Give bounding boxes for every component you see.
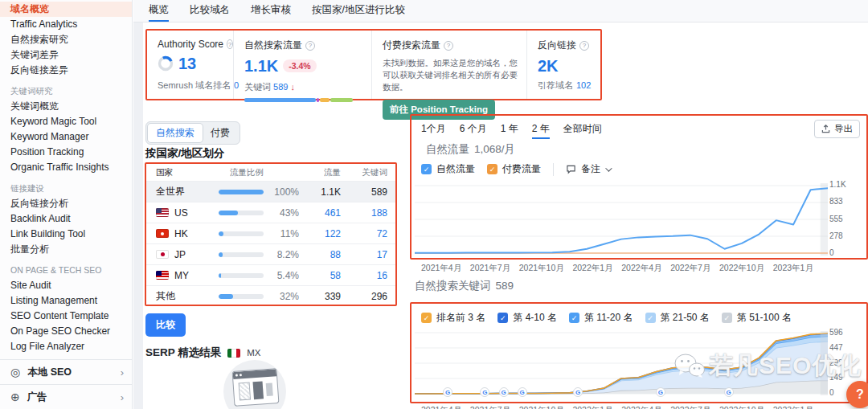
sidebar-item[interactable]: Position Tracking	[0, 145, 132, 160]
country-flag-icon	[156, 229, 169, 238]
traffic-chart-annotation-box: 1个月 6 个月 1 年 2 年 全部时间	[410, 114, 868, 260]
traffic-value[interactable]: 122	[299, 228, 341, 239]
sidebar-item[interactable]: SEO Content Template	[0, 309, 132, 324]
table-row[interactable]: MY 5.4% 58 16	[146, 264, 395, 285]
sidebar-item[interactable]: 自然搜索研究	[0, 32, 132, 47]
sidebar-item[interactable]: 反向链接分析	[0, 196, 132, 211]
table-row[interactable]: 全世界 100% 1.1K 589	[146, 181, 395, 202]
toggle-option[interactable]: 付费	[203, 124, 238, 142]
keywords-chart-legend: ✓ 排名前 3 名 ✓ 第 4-10 名 ✓ 第 11-20 名 ✓ 第 21-…	[421, 311, 792, 325]
top-tab[interactable]: 增长审核	[251, 0, 291, 22]
sidebar-item[interactable]: Organic Traffic Insights	[0, 160, 132, 175]
info-icon[interactable]: ?	[305, 41, 315, 51]
x-tick-label: 2023年1月	[773, 263, 813, 274]
toggle-option[interactable]: 自然搜索	[148, 124, 203, 142]
time-range-tab[interactable]: 1 年	[501, 122, 518, 139]
keywords-value[interactable]: 16	[341, 270, 387, 281]
share-bar-track	[219, 190, 264, 194]
google-icon[interactable]: G	[656, 387, 665, 397]
export-button[interactable]: 导出	[814, 120, 860, 138]
help-button[interactable]: ?	[846, 381, 868, 408]
bar-segment	[320, 98, 330, 102]
sidebar-item-ads[interactable]: ⊕ 广告 ›	[0, 384, 132, 409]
sidebar-item[interactable]: 链接建设	[0, 181, 132, 196]
table-row[interactable]: HK 11% 122 72	[146, 223, 395, 243]
sidebar-item[interactable]: Listing Management	[0, 293, 132, 309]
google-icon[interactable]: G	[443, 387, 452, 397]
traffic-delta-badge: -3.4%	[283, 59, 316, 72]
sidebar-item-local-seo[interactable]: ◎ 本地 SEO ›	[0, 359, 132, 384]
sidebar-item[interactable]: 关键词研究	[0, 84, 132, 99]
keywords-count-value[interactable]: 589	[273, 82, 288, 92]
notes-dropdown[interactable]: 备注	[566, 162, 610, 176]
keywords-value[interactable]: 72	[341, 228, 387, 239]
compare-button[interactable]: 比较	[145, 313, 186, 337]
sidebar-item[interactable]: Link Building Tool	[0, 227, 132, 242]
keywords-value[interactable]: 188	[341, 207, 387, 219]
organic-traffic-value[interactable]: 1.1K	[244, 58, 278, 74]
traffic-value[interactable]: 1.1K	[299, 186, 341, 198]
y-tick-label: 278	[829, 231, 862, 240]
share-bar-fill	[219, 190, 264, 194]
share-bar-track	[219, 252, 264, 257]
google-icon[interactable]: G	[480, 387, 489, 397]
keywords-value[interactable]: 17	[341, 249, 387, 260]
sidebar-item[interactable]: Site Audit	[0, 278, 132, 293]
info-icon[interactable]: ?	[579, 41, 589, 51]
x-tick-label: 2023年1月	[773, 405, 813, 409]
referring-domains-value[interactable]: 102	[576, 80, 591, 90]
legend-checkbox[interactable]: ✓ 第 11-20 名	[569, 311, 633, 325]
sidebar: 域名概览 Traffic Analytics 自然搜索研究 关键词差异 反向链接…	[0, 0, 133, 409]
sidebar-item[interactable]: 关键词差异	[0, 47, 132, 63]
traffic-chart-plot	[415, 183, 828, 256]
legend-checkbox[interactable]: ✓ 第 51-100 名	[722, 311, 792, 325]
legend-checkbox[interactable]: ✓ 排名前 3 名	[421, 311, 485, 325]
legend-checkbox[interactable]: ✓ 第 4-10 名	[497, 311, 557, 325]
sidebar-item[interactable]: Traffic Analytics	[0, 17, 132, 32]
google-icon[interactable]: G	[724, 387, 734, 397]
share-bar-track	[219, 231, 264, 236]
sidebar-item[interactable]: ON PAGE & TECH SEO	[0, 263, 132, 278]
traffic-value[interactable]: 339	[299, 291, 341, 302]
sidebar-item[interactable]: Log File Analyzer	[0, 339, 132, 354]
google-icon[interactable]: G	[573, 387, 583, 397]
info-icon[interactable]: ?	[444, 41, 453, 51]
share-bar-fill	[219, 231, 223, 236]
traffic-value[interactable]: 58	[299, 270, 341, 281]
legend-checkbox[interactable]: ✓ 自然流量	[421, 162, 475, 176]
legend-checkbox[interactable]: ✓ 付费流量	[487, 162, 541, 176]
traffic-chart-legend: ✓ 自然流量 ✓ 付费流量 备注	[421, 162, 610, 176]
keywords-value[interactable]: 589	[341, 186, 387, 198]
legend-checkbox[interactable]: ✓ 第 21-50 名	[645, 311, 710, 325]
table-row[interactable]: US 43% 461 188	[146, 202, 395, 223]
sidebar-item[interactable]: Backlink Audit	[0, 211, 132, 227]
sidebar-item[interactable]: 域名概览	[0, 2, 132, 17]
traffic-value[interactable]: 461	[299, 207, 341, 219]
top-tab[interactable]: 比较域名	[190, 0, 230, 22]
sidebar-item[interactable]: Keyword Magic Tool	[0, 114, 132, 129]
info-icon[interactable]: ?	[227, 39, 233, 49]
google-icon[interactable]: G	[499, 387, 509, 397]
keywords-value[interactable]: 296	[341, 291, 387, 302]
sidebar-item[interactable]: 反向链接差异	[0, 63, 132, 78]
sidebar-item[interactable]: 关键词概览	[0, 99, 132, 114]
sidebar-item[interactable]: On Page SEO Checker	[0, 324, 132, 339]
top-tab[interactable]: 按国家/地区进行比较	[312, 0, 405, 22]
table-row[interactable]: 其他 32% 339 296	[146, 285, 395, 306]
table-row[interactable]: JP 8.2% 88 17	[146, 243, 395, 264]
col-keywords: 关键词	[341, 167, 387, 178]
time-range-tab[interactable]: 1个月	[421, 122, 446, 139]
traffic-value[interactable]: 88	[299, 249, 341, 260]
time-range-tab[interactable]: 6 个月	[460, 122, 487, 139]
sidebar-item[interactable]: 批量分析	[0, 242, 132, 257]
google-icon[interactable]: G	[518, 387, 527, 397]
sidebar-item-label: Position Tracking	[10, 146, 84, 157]
time-range-tab[interactable]: 2 年	[532, 122, 550, 139]
keywords-chart-value: 589	[496, 280, 514, 292]
backlinks-value[interactable]: 2K	[538, 58, 559, 74]
sidebar-item-label: 广告	[27, 391, 47, 404]
top-tab[interactable]: 概览	[149, 0, 169, 22]
sidebar-item-label: 反向链接差异	[10, 64, 68, 76]
sidebar-item[interactable]: Keyword Manager	[0, 129, 132, 145]
time-range-tab[interactable]: 全部时间	[563, 122, 602, 139]
